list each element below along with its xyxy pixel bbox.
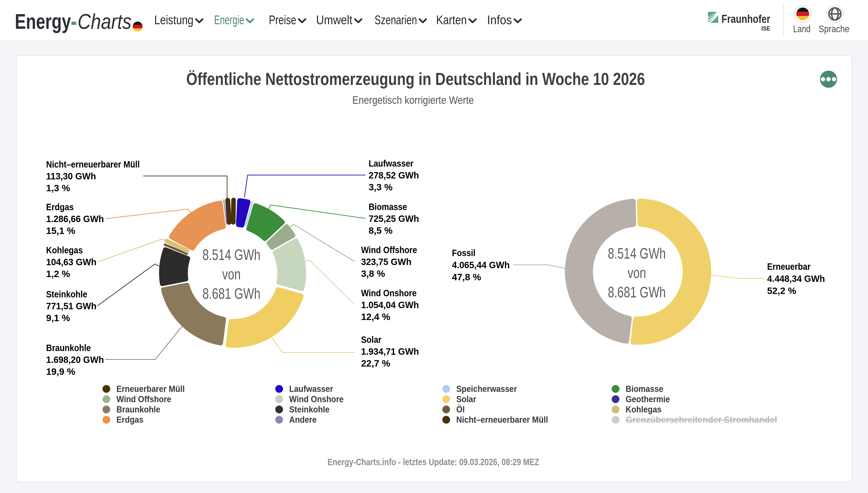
svg-text:Solar: Solar [456, 394, 476, 404]
svg-text:Kohlegas: Kohlegas [46, 245, 83, 255]
svg-text:Erdgas: Erdgas [116, 415, 143, 425]
svg-text:Charts: Charts [78, 10, 131, 33]
svg-text:von: von [222, 265, 241, 283]
svg-text:Laufwasser: Laufwasser [369, 158, 413, 169]
svg-text:725,25 GWh: 725,25 GWh [369, 213, 419, 224]
svg-text:Erneuerbarer Müll: Erneuerbarer Müll [116, 384, 185, 394]
svg-text:Erneuerbar: Erneuerbar [767, 261, 810, 272]
svg-text:Fraunhofer: Fraunhofer [721, 13, 770, 25]
svg-text:Wind Offshore: Wind Offshore [116, 394, 171, 404]
svg-text:19,9 %: 19,9 % [46, 366, 75, 377]
svg-text:Land: Land [793, 23, 810, 34]
svg-text:Nicht–erneuerbarer Müll: Nicht–erneuerbarer Müll [456, 415, 548, 425]
svg-text:4.065,44 GWh: 4.065,44 GWh [452, 260, 509, 270]
svg-text:104,63 GWh: 104,63 GWh [46, 257, 96, 267]
svg-text:Nicht–erneuerbarer Müll: Nicht–erneuerbarer Müll [46, 159, 140, 170]
svg-text:Erdgas: Erdgas [46, 202, 74, 212]
svg-text:Braunkohle: Braunkohle [116, 405, 160, 414]
svg-text:Öl: Öl [456, 405, 465, 414]
svg-text:Biomasse: Biomasse [369, 201, 407, 212]
svg-text:8.681 GWh: 8.681 GWh [202, 285, 260, 302]
svg-text:8.514 GWh: 8.514 GWh [608, 245, 666, 262]
svg-text:1,2 %: 1,2 % [46, 269, 70, 279]
svg-text:Energy-Charts.info - letztes U: Energy-Charts.info - letztes Update: 09.… [327, 457, 539, 467]
svg-text:3,3 %: 3,3 % [369, 182, 393, 192]
svg-text:Umwelt: Umwelt [316, 13, 352, 27]
svg-text:1,3 %: 1,3 % [46, 183, 70, 193]
svg-text:771,51 GWh: 771,51 GWh [46, 301, 96, 311]
svg-text:von: von [628, 264, 646, 281]
svg-text:8.514 GWh: 8.514 GWh [202, 246, 260, 263]
svg-text:Geothermie: Geothermie [626, 394, 670, 404]
svg-text:Biomasse: Biomasse [626, 384, 663, 394]
svg-text:8.681 GWh: 8.681 GWh [608, 283, 666, 301]
svg-text:Wind Onshore: Wind Onshore [361, 288, 416, 298]
svg-text:113,30 GWh: 113,30 GWh [46, 171, 96, 181]
svg-text:Kohlegas: Kohlegas [626, 405, 661, 414]
svg-text:Laufwasser: Laufwasser [289, 384, 333, 394]
svg-text:Szenarien: Szenarien [374, 13, 417, 27]
svg-text:47,8 %: 47,8 % [452, 272, 481, 282]
svg-text:Steinkohle: Steinkohle [46, 289, 87, 299]
svg-text:278,52 GWh: 278,52 GWh [369, 170, 419, 180]
svg-text:52,2 %: 52,2 % [767, 285, 796, 296]
svg-text:323,75 GWh: 323,75 GWh [361, 257, 412, 267]
svg-text:12,4 %: 12,4 % [361, 312, 390, 322]
svg-text:Öffentliche Nettostromerzeugun: Öffentliche Nettostromerzeugung in Deuts… [186, 69, 645, 89]
svg-text:Wind Offshore: Wind Offshore [361, 245, 417, 255]
svg-text:Fossil: Fossil [452, 248, 475, 258]
svg-text:Energie: Energie [214, 13, 244, 27]
svg-text:15,1 %: 15,1 % [46, 226, 75, 236]
svg-text:Preise: Preise [269, 13, 296, 27]
svg-text:3,8 %: 3,8 % [361, 269, 385, 279]
svg-text:Wind Onshore: Wind Onshore [289, 394, 344, 404]
svg-text:1.934,71 GWh: 1.934,71 GWh [361, 346, 419, 357]
svg-text:ISE: ISE [761, 25, 770, 32]
svg-text:Leistung: Leistung [154, 13, 194, 27]
svg-text:Sprache: Sprache [819, 23, 849, 34]
svg-text:Solar: Solar [361, 335, 382, 345]
svg-text:Grenzüberschreitender Stromhan: Grenzüberschreitender Stromhandel [626, 415, 777, 425]
svg-text:Karten: Karten [436, 13, 467, 27]
svg-text:1.698,20 GWh: 1.698,20 GWh [46, 355, 104, 365]
svg-text:Infos: Infos [487, 13, 512, 27]
svg-text:Energy: Energy [15, 10, 71, 33]
svg-text:Andere: Andere [289, 415, 317, 425]
svg-text:4.448,34 GWh: 4.448,34 GWh [767, 274, 825, 284]
svg-text:1.054,04 GWh: 1.054,04 GWh [361, 300, 419, 310]
svg-text:1.286,66 GWh: 1.286,66 GWh [46, 214, 104, 224]
svg-text:22,7 %: 22,7 % [361, 358, 390, 369]
svg-text:Energetisch korrigierte Werte: Energetisch korrigierte Werte [352, 94, 474, 106]
svg-text:Braunkohle: Braunkohle [46, 343, 91, 353]
svg-text:8,5 %: 8,5 % [369, 225, 393, 236]
svg-text:Steinkohle: Steinkohle [289, 405, 330, 414]
svg-text:9,1 %: 9,1 % [46, 313, 70, 323]
svg-text:Speicherwasser: Speicherwasser [456, 384, 517, 394]
